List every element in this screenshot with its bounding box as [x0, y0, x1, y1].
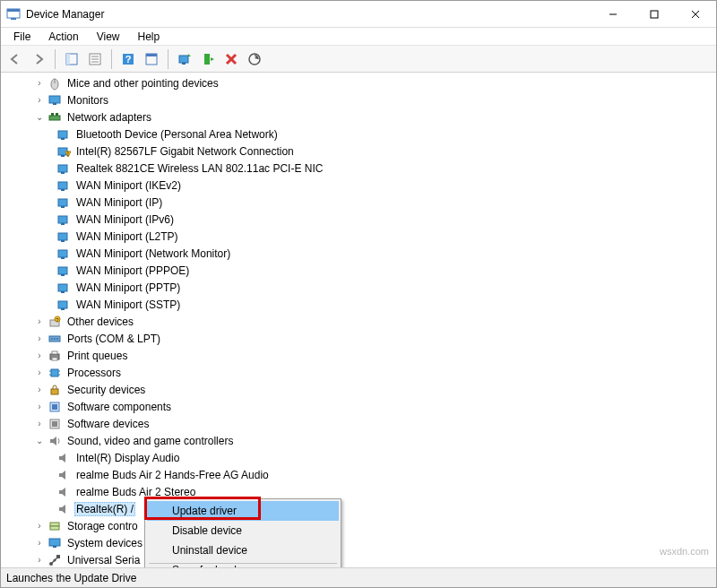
chevron-right-icon[interactable]: › — [33, 333, 46, 345]
tree-item-wan-ip[interactable]: WAN Miniport (IP) — [1, 194, 716, 211]
tree-label: Mice and other pointing devices — [65, 76, 220, 91]
tree-item-other-devices[interactable]: ›?Other devices — [1, 313, 716, 330]
tree-item-mice[interactable]: › Mice and other pointing devices — [1, 74, 716, 91]
tree-item-usb[interactable]: ›Universal Seria — [1, 551, 716, 567]
tree-item-monitors[interactable]: › Monitors — [1, 91, 716, 108]
svg-rect-73 — [50, 523, 59, 526]
tree-label: WAN Miniport (SSTP) — [74, 298, 182, 312]
update-driver-button[interactable] — [174, 48, 195, 70]
uninstall-device-button[interactable] — [220, 48, 242, 70]
menu-view[interactable]: View — [88, 29, 129, 45]
svg-rect-19 — [204, 54, 210, 65]
chevron-right-icon[interactable]: › — [33, 520, 46, 532]
svg-rect-8 — [66, 54, 70, 65]
svg-rect-42 — [61, 223, 65, 225]
svg-rect-75 — [49, 539, 60, 546]
context-update-driver[interactable]: Update driver — [147, 501, 339, 521]
tree-item-wan-sstp[interactable]: WAN Miniport (SSTP) — [1, 296, 716, 313]
menu-file[interactable]: File — [4, 29, 39, 45]
close-button[interactable] — [675, 1, 716, 27]
svg-rect-68 — [51, 389, 58, 394]
tree-item-wan-l2tp[interactable]: WAN Miniport (L2TP) — [1, 228, 716, 245]
back-button[interactable] — [4, 48, 26, 70]
svg-rect-37 — [58, 182, 67, 189]
scan-hardware-button[interactable] — [244, 48, 265, 70]
tree-label: Realtek 8821CE Wireless LAN 802.11ac PCI… — [74, 161, 324, 176]
chevron-down-icon[interactable]: ⌄ — [33, 111, 46, 124]
watermark: wsxdn.com — [660, 546, 709, 557]
tree-label: Processors — [65, 366, 123, 380]
action-button[interactable] — [141, 48, 162, 70]
chevron-right-icon[interactable]: › — [33, 384, 46, 396]
chevron-right-icon[interactable]: › — [33, 418, 46, 430]
tree-item-intel-gigabit[interactable]: !Intel(R) 82567LF Gigabit Network Connec… — [1, 143, 716, 160]
svg-rect-70 — [52, 404, 57, 410]
svg-point-58 — [54, 338, 56, 340]
svg-rect-76 — [53, 546, 56, 548]
properties-button[interactable] — [84, 48, 106, 70]
tree-item-realme-stereo[interactable]: realme Buds Air 2 Stereo — [1, 483, 716, 500]
tree-item-bluetooth[interactable]: Bluetooth Device (Personal Area Network) — [1, 125, 716, 143]
show-hide-tree-button[interactable] — [61, 48, 82, 70]
tree-label: realme Buds Air 2 Hands-Free AG Audio — [74, 468, 271, 482]
svg-rect-31 — [61, 138, 65, 140]
adapter-icon — [56, 212, 71, 227]
speaker-icon — [56, 502, 71, 516]
chevron-right-icon[interactable]: › — [33, 367, 46, 379]
tree-item-ports[interactable]: ›Ports (COM & LPT) — [1, 330, 716, 347]
tree-item-software-components[interactable]: ›Software components — [1, 398, 716, 415]
tree-item-wan-ipv6[interactable]: WAN Miniport (IPv6) — [1, 211, 716, 228]
svg-point-80 — [54, 558, 56, 561]
chevron-right-icon[interactable]: › — [33, 537, 46, 549]
processor-icon — [48, 366, 62, 380]
chevron-right-icon[interactable]: › — [33, 77, 46, 90]
context-menu: Update driver Disable device Uninstall d… — [144, 498, 341, 567]
tree-item-wan-pptp[interactable]: WAN Miniport (PPTP) — [1, 279, 716, 296]
adapter-icon — [56, 178, 71, 193]
chevron-right-icon[interactable]: › — [33, 554, 46, 566]
context-disable-device[interactable]: Disable device — [147, 521, 339, 540]
menu-help[interactable]: Help — [129, 29, 169, 45]
svg-rect-61 — [52, 351, 57, 354]
tree-item-network-adapters[interactable]: ⌄ Network adapters — [1, 108, 716, 125]
tree-item-print-queues[interactable]: ›Print queues — [1, 347, 716, 364]
chevron-down-icon[interactable]: ⌄ — [33, 435, 46, 447]
device-tree[interactable]: › Mice and other pointing devices › Moni… — [1, 73, 716, 567]
chevron-right-icon[interactable]: › — [33, 316, 46, 328]
tree-item-security-devices[interactable]: ›Security devices — [1, 381, 716, 398]
tree-item-sound-controllers[interactable]: ⌄ Sound, video and game controllers — [1, 432, 716, 449]
svg-rect-29 — [56, 113, 58, 116]
minimize-button[interactable] — [592, 1, 634, 27]
toolbar-separator — [55, 49, 56, 69]
tree-item-realtek-wifi[interactable]: Realtek 8821CE Wireless LAN 802.11ac PCI… — [1, 160, 716, 177]
svg-rect-28 — [51, 113, 54, 116]
context-uninstall-device[interactable]: Uninstall device — [147, 540, 339, 560]
tree-item-realtek-audio[interactable]: Realtek(R) / — [1, 500, 716, 517]
tree-item-intel-audio[interactable]: Intel(R) Display Audio — [1, 449, 716, 466]
tree-item-processors[interactable]: ›Processors — [1, 364, 716, 381]
svg-point-59 — [56, 338, 58, 340]
printer-icon — [48, 349, 62, 363]
tree-item-wan-netmon[interactable]: WAN Miniport (Network Monitor) — [1, 245, 716, 262]
chevron-right-icon[interactable]: › — [33, 401, 46, 413]
monitor-icon — [48, 93, 62, 108]
help-button[interactable]: ? — [117, 48, 139, 70]
enable-device-button[interactable] — [197, 48, 219, 70]
tree-item-software-devices[interactable]: ›Software devices — [1, 415, 716, 432]
maximize-button[interactable] — [634, 1, 675, 27]
menu-action[interactable]: Action — [39, 29, 87, 45]
chevron-right-icon[interactable]: › — [33, 350, 46, 362]
context-scan-hardware[interactable]: Scan for hardware changes — [147, 566, 339, 567]
tree-item-wan-ikev2[interactable]: WAN Miniport (IKEv2) — [1, 177, 716, 194]
tree-item-realme-ag[interactable]: realme Buds Air 2 Hands-Free AG Audio — [1, 466, 716, 483]
tree-item-wan-pppoe[interactable]: WAN Miniport (PPPOE) — [1, 262, 716, 279]
tree-item-system-devices[interactable]: ›System devices — [1, 534, 716, 551]
tree-area: › Mice and other pointing devices › Moni… — [1, 73, 716, 567]
adapter-icon — [56, 161, 71, 176]
svg-rect-39 — [58, 199, 67, 206]
tree-label: Software components — [65, 400, 173, 414]
tree-item-storage-controllers[interactable]: ›Storage contro — [1, 517, 716, 534]
tree-label: WAN Miniport (IPv6) — [74, 212, 176, 227]
forward-button[interactable] — [28, 48, 49, 70]
chevron-right-icon[interactable]: › — [33, 94, 46, 107]
